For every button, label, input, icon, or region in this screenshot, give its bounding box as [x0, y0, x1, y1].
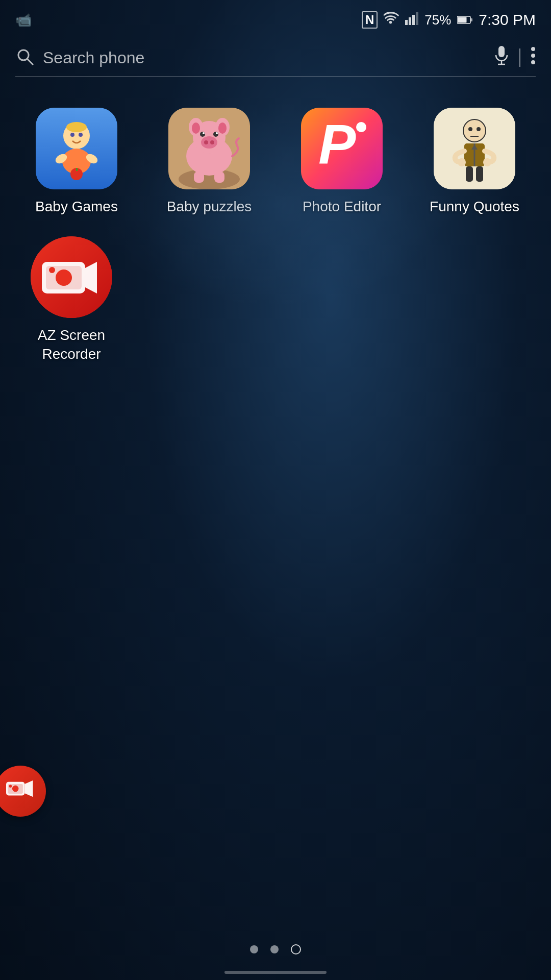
svg-point-53 [458, 158, 466, 166]
svg-point-46 [463, 119, 486, 142]
svg-rect-56 [476, 166, 483, 182]
svg-point-14 [531, 60, 535, 64]
svg-rect-22 [76, 168, 78, 171]
svg-point-37 [213, 132, 218, 137]
app-item-az-recorder[interactable]: AZ ScreenRecorder [15, 236, 128, 363]
svg-rect-6 [458, 17, 467, 22]
app-item-baby-puzzles[interactable]: Baby puzzles [148, 108, 270, 216]
svg-rect-3 [416, 12, 418, 25]
search-input[interactable]: Search phone [43, 48, 494, 67]
svg-rect-2 [412, 15, 415, 25]
svg-point-23 [70, 133, 74, 137]
battery-percentage: 75% [424, 12, 451, 28]
floating-recorder-icon[interactable] [0, 766, 46, 817]
divider [519, 48, 520, 67]
svg-point-33 [201, 136, 217, 149]
wifi-icon [384, 12, 399, 29]
funny-quotes-label: Funny Quotes [430, 198, 519, 216]
bottom-nav-dots [0, 944, 551, 954]
nav-dot-3-active[interactable] [291, 944, 301, 954]
svg-point-47 [468, 127, 472, 131]
svg-point-31 [192, 122, 200, 134]
camera-icon: 📹 [15, 12, 32, 28]
app-grid-row2: AZ ScreenRecorder [0, 236, 551, 363]
svg-rect-0 [405, 20, 408, 25]
svg-point-13 [531, 54, 535, 58]
status-bar: 📹 N 75% 7:30 PM [0, 0, 551, 36]
svg-point-7 [18, 50, 29, 60]
svg-point-38 [203, 132, 205, 134]
app-item-baby-games[interactable]: Baby Games [15, 108, 138, 216]
status-left: 📹 [15, 12, 32, 28]
svg-point-17 [66, 122, 87, 132]
svg-point-36 [200, 132, 205, 137]
clock: 7:30 PM [479, 11, 536, 29]
search-actions [494, 46, 536, 69]
search-icon [15, 47, 35, 68]
svg-point-60 [56, 270, 72, 286]
svg-point-44 [356, 122, 366, 132]
svg-point-61 [49, 267, 55, 273]
svg-rect-9 [498, 46, 505, 57]
battery-icon [457, 12, 472, 28]
more-options-icon[interactable] [531, 46, 536, 69]
svg-rect-40 [194, 172, 204, 183]
svg-text:P: P [318, 113, 356, 176]
photo-editor-icon: P [301, 108, 383, 189]
app-item-funny-quotes[interactable]: Funny Quotes [413, 108, 536, 216]
nav-dot-2[interactable] [270, 945, 279, 953]
svg-point-24 [79, 133, 83, 137]
search-bar-container: Search phone [0, 36, 551, 77]
app-grid-row1: Baby Games [0, 77, 551, 236]
svg-rect-55 [466, 166, 473, 182]
svg-point-39 [216, 132, 218, 134]
svg-rect-41 [214, 172, 224, 183]
signal-icon [405, 12, 418, 29]
svg-point-12 [531, 47, 535, 51]
svg-point-48 [477, 127, 481, 131]
svg-rect-1 [409, 17, 411, 25]
funny-quotes-icon [434, 108, 515, 189]
home-bar [224, 971, 327, 974]
search-bar[interactable]: Search phone [15, 46, 536, 77]
svg-point-64 [12, 786, 19, 792]
az-recorder-label: AZ ScreenRecorder [38, 326, 105, 363]
status-right: N 75% 7:30 PM [362, 11, 536, 29]
baby-games-label: Baby Games [35, 198, 118, 216]
svg-point-54 [483, 158, 491, 166]
svg-point-65 [9, 785, 12, 788]
svg-point-35 [210, 140, 214, 144]
svg-rect-5 [470, 18, 472, 21]
app-item-photo-editor[interactable]: P Photo Editor [281, 108, 403, 216]
svg-point-32 [218, 122, 227, 134]
baby-puzzles-icon [168, 108, 250, 189]
svg-point-34 [204, 140, 208, 144]
microphone-icon[interactable] [494, 46, 509, 69]
nav-dot-1[interactable] [250, 945, 258, 953]
photo-editor-label: Photo Editor [303, 198, 381, 216]
baby-puzzles-label: Baby puzzles [167, 198, 252, 216]
az-recorder-icon [31, 236, 112, 318]
baby-games-icon [36, 108, 117, 189]
nfc-icon: N [362, 11, 378, 29]
svg-line-8 [28, 59, 33, 65]
